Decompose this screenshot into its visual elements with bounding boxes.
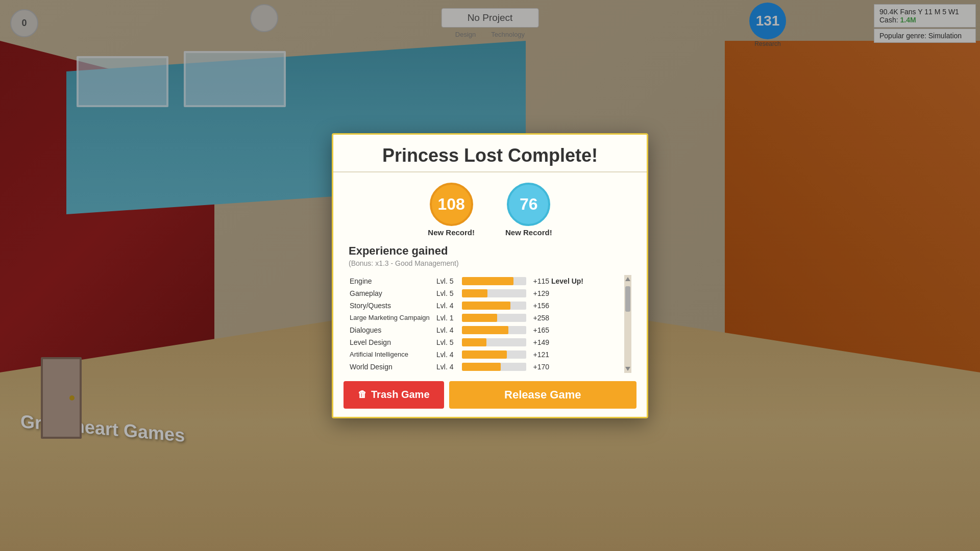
skill-plus-1: +129 <box>527 287 550 299</box>
skill-levelup-4 <box>550 324 623 336</box>
skill-levelup-3 <box>550 312 623 324</box>
skills-table-wrapper: EngineLvl. 5+115Level Up!GameplayLvl. 5+… <box>349 275 631 373</box>
skill-plus-4: +165 <box>527 324 550 336</box>
skill-row-4: DialoguesLvl. 4+165 <box>349 324 623 336</box>
skill-levelup-5 <box>550 336 623 348</box>
skill-levelup-6 <box>550 348 623 361</box>
exp-title: Experience gained <box>349 244 631 258</box>
trash-game-button[interactable]: 🗑 Trash Game <box>344 381 444 409</box>
completion-modal: Princess Lost Complete! 108 New Record! … <box>332 133 648 418</box>
release-game-button[interactable]: Release Game <box>449 381 636 409</box>
scroll-arrow-down[interactable] <box>625 367 630 371</box>
skill-name-3: Large Marketing Campaign <box>349 312 435 324</box>
modal-title: Princess Lost Complete! <box>333 135 647 172</box>
skill-level-6: Lvl. 4 <box>435 348 461 361</box>
skill-levelup-2 <box>550 299 623 312</box>
skill-levelup-1 <box>550 287 623 299</box>
skill-name-0: Engine <box>349 275 435 287</box>
skills-scroll-container[interactable]: EngineLvl. 5+115Level Up!GameplayLvl. 5+… <box>349 275 631 373</box>
skill-level-3: Lvl. 1 <box>435 312 461 324</box>
skill-bar-1 <box>461 287 527 299</box>
score-blue-item: 76 New Record! <box>505 183 552 237</box>
skill-levelup-7 <box>550 361 623 373</box>
record-label-2: New Record! <box>505 228 552 237</box>
exp-bonus: (Bonus: x1.3 - Good Management) <box>349 259 631 267</box>
score-orange-item: 108 New Record! <box>428 183 475 237</box>
scrollbar-track[interactable] <box>624 275 631 373</box>
skill-row-6: Artificial IntelligenceLvl. 4+121 <box>349 348 623 361</box>
skill-plus-2: +156 <box>527 299 550 312</box>
skill-levelup-0: Level Up! <box>550 275 623 287</box>
modal-overlay: Princess Lost Complete! 108 New Record! … <box>0 0 980 551</box>
skill-level-1: Lvl. 5 <box>435 287 461 299</box>
skills-table: EngineLvl. 5+115Level Up!GameplayLvl. 5+… <box>349 275 623 373</box>
skill-name-5: Level Design <box>349 336 435 348</box>
skill-name-1: Gameplay <box>349 287 435 299</box>
skill-bar-7 <box>461 361 527 373</box>
skill-plus-6: +121 <box>527 348 550 361</box>
skill-plus-3: +258 <box>527 312 550 324</box>
modal-scores: 108 New Record! 76 New Record! <box>333 172 647 239</box>
skill-level-4: Lvl. 4 <box>435 324 461 336</box>
scroll-arrow-up[interactable] <box>625 277 630 281</box>
skill-row-5: Level DesignLvl. 5+149 <box>349 336 623 348</box>
skill-name-6: Artificial Intelligence <box>349 348 435 361</box>
trash-icon: 🗑 <box>358 389 367 400</box>
modal-buttons: 🗑 Trash Game Release Game <box>333 373 647 417</box>
skill-row-7: World DesignLvl. 4+170 <box>349 361 623 373</box>
skill-row-0: EngineLvl. 5+115Level Up! <box>349 275 623 287</box>
skill-name-2: Story/Quests <box>349 299 435 312</box>
skill-bar-0 <box>461 275 527 287</box>
scrollbar-thumb[interactable] <box>625 286 630 312</box>
exp-section: Experience gained (Bonus: x1.3 - Good Ma… <box>333 239 647 275</box>
skill-row-1: GameplayLvl. 5+129 <box>349 287 623 299</box>
skill-plus-5: +149 <box>527 336 550 348</box>
skill-plus-0: +115 <box>527 275 550 287</box>
skill-bar-6 <box>461 348 527 361</box>
skill-row-3: Large Marketing CampaignLvl. 1+258 <box>349 312 623 324</box>
score-blue-circle: 76 <box>507 183 550 226</box>
skill-level-7: Lvl. 4 <box>435 361 461 373</box>
skill-level-5: Lvl. 5 <box>435 336 461 348</box>
skill-bar-3 <box>461 312 527 324</box>
record-label-1: New Record! <box>428 228 475 237</box>
skill-level-0: Lvl. 5 <box>435 275 461 287</box>
skill-bar-4 <box>461 324 527 336</box>
skill-name-4: Dialogues <box>349 324 435 336</box>
skill-plus-7: +170 <box>527 361 550 373</box>
skill-bar-5 <box>461 336 527 348</box>
score-orange-circle: 108 <box>430 183 473 226</box>
skill-bar-2 <box>461 299 527 312</box>
skill-name-7: World Design <box>349 361 435 373</box>
skill-row-2: Story/QuestsLvl. 4+156 <box>349 299 623 312</box>
skill-level-2: Lvl. 4 <box>435 299 461 312</box>
